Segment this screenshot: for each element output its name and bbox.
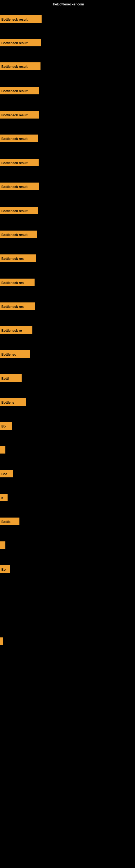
bottleneck-result-badge: Bottleneck result: [0, 15, 42, 23]
site-title: TheBottlenecker.com: [0, 2, 135, 6]
bottleneck-result-badge: Bo: [0, 565, 10, 573]
bottleneck-result-badge: B: [0, 494, 8, 501]
bottleneck-result-badge: Bottleneck result: [0, 183, 39, 190]
bottleneck-result-badge: Bottlenec: [0, 350, 30, 358]
bottleneck-result-badge: Bottleneck res: [0, 279, 35, 286]
bottleneck-result-badge: Bottleneck result: [0, 87, 39, 94]
bottleneck-result-badge: Bo: [0, 422, 12, 430]
bottleneck-result-badge: Bottleneck result: [0, 159, 39, 166]
bottleneck-result-badge: [0, 638, 3, 645]
bottleneck-result-badge: Bottleneck result: [0, 134, 38, 142]
bottleneck-result-badge: Bottleneck re: [0, 326, 32, 334]
bottleneck-result-badge: Bottleneck result: [0, 39, 41, 46]
bottleneck-result-badge: Bottleneck result: [0, 111, 39, 119]
bottleneck-result-badge: Bottleneck res: [0, 303, 35, 310]
bottleneck-result-badge: Bottleneck result: [0, 207, 38, 214]
bottleneck-result-badge: Bottle: [0, 518, 19, 525]
bottleneck-result-badge: Bottleneck result: [0, 230, 37, 238]
bottleneck-result-badge: Bottleneck result: [0, 62, 41, 70]
bottleneck-result-badge: Bottlene: [0, 398, 26, 406]
bottleneck-result-badge: Bot: [0, 470, 13, 477]
bottleneck-result-badge: Bottl: [0, 374, 21, 382]
bottleneck-result-badge: [0, 446, 5, 454]
bottleneck-result-badge: Bottleneck res: [0, 254, 36, 262]
bottleneck-result-badge: [0, 541, 5, 549]
